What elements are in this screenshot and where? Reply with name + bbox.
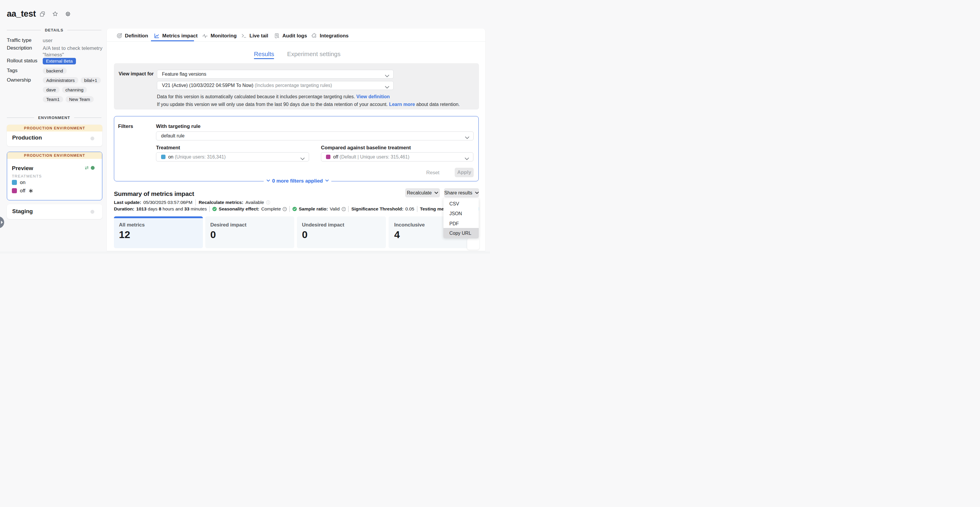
svg-text:?: ? <box>284 207 286 210</box>
svg-text:?: ? <box>343 207 344 210</box>
